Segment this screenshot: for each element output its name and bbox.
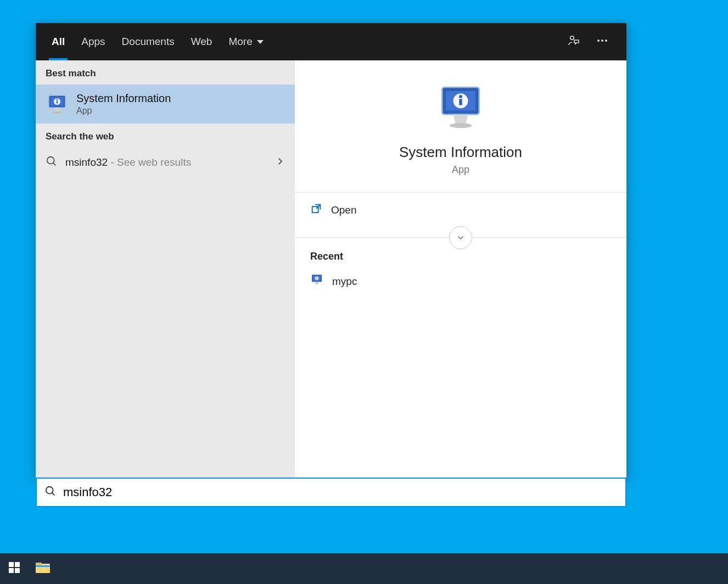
svg-point-25 [46, 487, 53, 494]
preview-subtitle: App [295, 164, 626, 176]
system-information-icon [310, 273, 323, 289]
preview-header: System Information App [295, 60, 626, 192]
svg-point-17 [450, 123, 472, 128]
result-title: System Information [76, 92, 171, 105]
tab-label: Web [191, 36, 212, 48]
best-match-result[interactable]: System Information App [36, 85, 295, 123]
svg-point-9 [52, 111, 62, 114]
svg-line-26 [52, 493, 55, 496]
search-panel: All Apps Documents Web More [36, 23, 626, 478]
svg-line-11 [53, 163, 56, 166]
taskbar [0, 553, 728, 584]
svg-rect-27 [9, 562, 14, 567]
search-term: msinfo32 [65, 156, 108, 168]
file-explorer-icon[interactable] [35, 561, 51, 576]
svg-rect-28 [15, 562, 20, 567]
svg-point-10 [47, 157, 54, 164]
svg-rect-33 [36, 565, 50, 567]
open-icon [310, 203, 322, 217]
svg-rect-16 [459, 99, 462, 105]
search-body: Best match System Information Ap [36, 60, 626, 478]
recent-label: Recent [310, 251, 611, 262]
more-options-icon[interactable] [596, 34, 609, 49]
best-match-text: System Information App [76, 92, 171, 116]
search-box[interactable] [36, 478, 626, 507]
tab-label: Apps [81, 36, 105, 48]
feedback-icon[interactable] [567, 34, 580, 49]
svg-point-1 [597, 40, 600, 42]
search-hint: - See web results [108, 156, 191, 168]
tab-web[interactable]: Web [183, 23, 221, 60]
tab-more[interactable]: More [220, 23, 271, 60]
tab-all[interactable]: All [43, 23, 73, 60]
system-information-icon [46, 93, 69, 116]
preview-column: System Information App Open [295, 60, 626, 478]
svg-point-7 [57, 99, 58, 100]
tab-bar-right [567, 34, 619, 49]
search-icon [44, 485, 57, 499]
web-result-text: msinfo32 - See web results [65, 156, 191, 169]
expand-button[interactable] [449, 226, 472, 249]
tab-label: More [228, 36, 252, 48]
svg-rect-29 [9, 568, 14, 573]
expand-divider [295, 237, 626, 238]
web-search-result[interactable]: msinfo32 - See web results [36, 148, 295, 177]
tab-documents[interactable]: Documents [114, 23, 183, 60]
svg-rect-32 [36, 563, 42, 565]
chevron-right-icon [275, 156, 285, 169]
search-web-label: Search the web [36, 123, 295, 148]
search-input[interactable] [63, 485, 618, 499]
tab-apps[interactable]: Apps [73, 23, 113, 60]
start-button[interactable] [8, 561, 21, 576]
preview-title: System Information [295, 144, 626, 161]
results-column: Best match System Information Ap [36, 60, 295, 478]
best-match-label: Best match [36, 60, 295, 85]
svg-point-3 [605, 40, 607, 42]
system-information-icon [436, 124, 485, 133]
svg-rect-8 [57, 100, 58, 103]
tab-label: All [52, 36, 65, 48]
recent-item[interactable]: mypc [310, 270, 611, 293]
search-icon [46, 155, 58, 170]
open-label: Open [331, 204, 356, 216]
search-tab-bar: All Apps Documents Web More [36, 23, 626, 60]
svg-point-0 [570, 36, 574, 40]
tab-label: Documents [122, 36, 175, 48]
svg-rect-30 [15, 568, 20, 573]
svg-point-2 [601, 40, 603, 42]
recent-section: Recent mypc [295, 243, 626, 300]
result-subtitle: App [76, 106, 171, 116]
open-action[interactable]: Open [295, 193, 626, 227]
svg-rect-24 [316, 278, 317, 279]
recent-item-name: mypc [332, 276, 357, 288]
svg-point-15 [459, 95, 462, 98]
svg-point-23 [316, 277, 317, 277]
chevron-down-icon [257, 40, 264, 44]
